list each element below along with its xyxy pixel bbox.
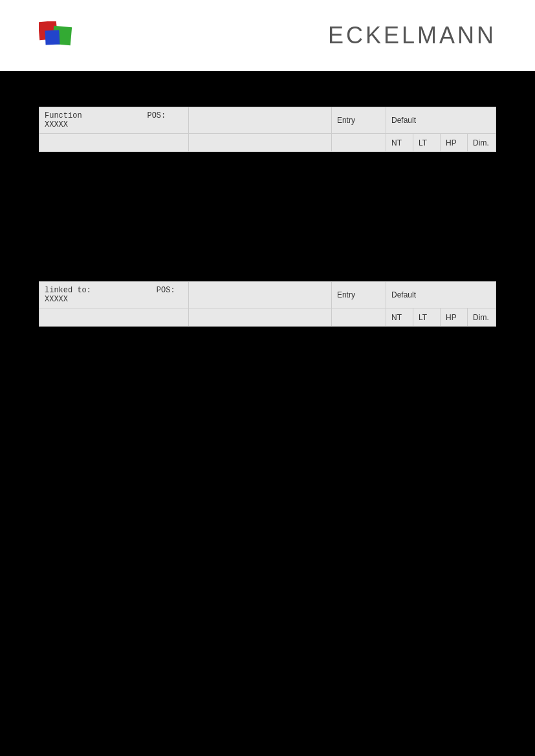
entry-label: Entry bbox=[331, 107, 386, 134]
header: ECKELMANN bbox=[0, 0, 535, 71]
entry-empty bbox=[331, 134, 386, 152]
hp-label: HP bbox=[441, 134, 468, 152]
function-label: Function POS: XXXXX bbox=[39, 107, 189, 134]
table-2: linked to: POS: XXXXX Entry Default bbox=[39, 281, 496, 327]
middle-cell bbox=[189, 107, 332, 134]
lt-label: LT bbox=[413, 134, 441, 152]
nt-label: NT bbox=[386, 134, 413, 152]
middle-empty bbox=[189, 134, 332, 152]
entry-empty-2 bbox=[331, 308, 386, 327]
dim-label-2: Dim. bbox=[468, 308, 496, 327]
default-label: Default bbox=[386, 107, 496, 134]
entry-label-2: Entry bbox=[331, 282, 386, 308]
default-label-2: Default bbox=[386, 282, 496, 308]
function-empty-2 bbox=[39, 308, 189, 327]
table-1: Function POS: XXXXX Entry Default bbox=[39, 107, 496, 152]
function-empty bbox=[39, 134, 189, 152]
dim-label: Dim. bbox=[468, 134, 496, 152]
page-container: ECKELMANN Function POS: XXXXX Entry Defa… bbox=[0, 0, 535, 756]
table-row: linked to: POS: XXXXX Entry Default bbox=[39, 282, 496, 308]
table-row: Function POS: XXXXX Entry Default bbox=[39, 107, 496, 134]
lt-label-2: LT bbox=[413, 308, 441, 327]
middle-empty-2 bbox=[189, 308, 332, 327]
table-row: NT LT HP Dim. bbox=[39, 134, 496, 152]
hp-label-2: HP bbox=[441, 308, 468, 327]
nt-label-2: NT bbox=[386, 308, 413, 327]
section-bottom: linked to: POS: XXXXX Entry Default bbox=[39, 281, 496, 327]
svg-rect-2 bbox=[45, 30, 60, 45]
middle-cell-2 bbox=[189, 282, 332, 308]
linked-to-label: linked to: POS: XXXXX bbox=[39, 282, 189, 308]
logo-icon bbox=[39, 21, 81, 50]
section-top: Function POS: XXXXX Entry Default bbox=[39, 107, 496, 152]
table-row: NT LT HP Dim. bbox=[39, 308, 496, 327]
eckelmann-logo: ECKELMANN bbox=[328, 22, 496, 49]
